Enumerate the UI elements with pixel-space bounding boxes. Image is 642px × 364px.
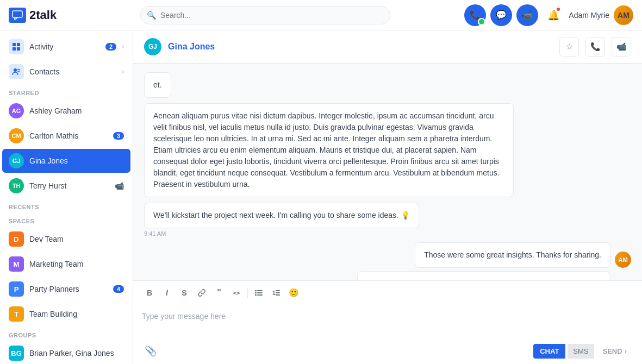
search-bar: 🔍	[140, 6, 390, 24]
phone-button[interactable]: 📞	[464, 4, 486, 26]
sidebar: Activity 2 › Contacts › Starred AG Ashle…	[0, 30, 133, 364]
gina-label: Gina Jones	[29, 156, 124, 165]
svg-point-5	[14, 68, 17, 72]
toolbar-separator-1	[247, 288, 248, 298]
quote-button[interactable]: "	[211, 285, 227, 300]
icon-group1: BG	[9, 346, 24, 361]
header: 2talk 🔍 📞 💬 📹 🔔 Adam Myrie AM	[0, 0, 642, 30]
sent-row-5: Let's review plans tomorrow morning so w…	[357, 271, 631, 280]
header-actions: 📞 💬 📹 🔔 Adam Myrie AM	[464, 4, 633, 26]
chat-video-button[interactable]: 📹	[612, 37, 631, 57]
avatar-carlton: CM	[9, 128, 24, 143]
terry-label: Terry Hurst	[29, 181, 109, 190]
sent-row-4: Those were some great insights. Thanks f…	[415, 242, 631, 268]
avatar-terry: TH	[9, 178, 24, 193]
carlton-label: Carlton Mathis	[29, 131, 108, 140]
attach-button[interactable]: 📎	[142, 342, 159, 360]
user-name: Adam Myrie	[569, 11, 609, 20]
message-input[interactable]: Type your message here	[133, 305, 642, 338]
compose-area: B I S " <> 1. 🙂 Type your message here	[133, 280, 642, 364]
team-label: Team Building	[29, 310, 124, 318]
party-label: Party Planners	[29, 285, 108, 293]
activity-badge: 2	[105, 43, 116, 51]
sidebar-item-activity[interactable]: Activity 2 ›	[2, 35, 130, 59]
chat-contact-name: Gina Jones	[168, 42, 553, 52]
contacts-icon	[9, 64, 24, 79]
link-button[interactable]	[194, 285, 209, 300]
tab-sms-button[interactable]: SMS	[568, 344, 594, 359]
sidebar-item-ashley-graham[interactable]: AG Ashley Graham	[2, 99, 130, 123]
compose-footer: 📎 CHAT SMS SEND ›	[133, 338, 642, 364]
star-button[interactable]: ☆	[559, 37, 579, 57]
icon-dev-team: D	[9, 231, 24, 247]
svg-rect-9	[257, 290, 263, 291]
messages-area: et. Aenean aliquam purus vitae nisi dict…	[133, 64, 642, 280]
sidebar-item-team-building[interactable]: T Team Building	[2, 302, 130, 326]
avatar-gina: GJ	[9, 153, 24, 168]
groups-section-title: Groups	[0, 327, 133, 341]
message-received-3-container: We'll kickstart the project next week. I…	[144, 203, 419, 237]
activity-label: Activity	[29, 42, 100, 51]
contacts-chevron: ›	[122, 68, 124, 76]
bold-button[interactable]: B	[142, 285, 157, 300]
svg-rect-17	[276, 294, 280, 296]
notification-button[interactable]: 🔔	[543, 4, 564, 26]
message-received-3: We'll kickstart the project next week. I…	[144, 203, 419, 228]
ashley-label: Ashley Graham	[29, 106, 124, 115]
toolbar: B I S " <> 1. 🙂	[133, 281, 642, 305]
notification-dot	[556, 7, 561, 12]
send-icon: ›	[625, 347, 627, 355]
svg-point-8	[255, 290, 257, 292]
activity-chevron: ›	[122, 43, 124, 51]
main-layout: Activity 2 › Contacts › Starred AG Ashle…	[0, 30, 642, 364]
search-input[interactable]	[140, 6, 390, 24]
party-badge: 4	[113, 285, 124, 293]
send-button[interactable]: SEND ›	[596, 344, 633, 359]
sidebar-item-party-planners[interactable]: P Party Planners 4	[2, 277, 130, 301]
chat-header: GJ Gina Jones ☆ 📞 📹	[133, 30, 642, 64]
message-sent-5: Let's review plans tomorrow morning so w…	[357, 271, 610, 280]
chat-area: GJ Gina Jones ☆ 📞 📹 et. Aenean aliquam p…	[133, 30, 642, 364]
sidebar-item-carlton-mathis[interactable]: CM Carlton Mathis 3	[2, 124, 130, 148]
sidebar-item-terry-hurst[interactable]: TH Terry Hurst 📹	[2, 174, 130, 198]
sent-messages-container: Those were some great insights. Thanks f…	[357, 242, 631, 280]
code-button[interactable]: <>	[229, 285, 244, 300]
chat-contact-avatar: GJ	[144, 38, 161, 55]
chat-button[interactable]: 💬	[490, 4, 512, 26]
message-placeholder: Type your message here	[142, 312, 226, 321]
activity-icon	[9, 39, 24, 54]
svg-rect-15	[276, 290, 280, 291]
dev-team-label: Dev Team	[29, 235, 124, 243]
svg-rect-2	[17, 43, 20, 46]
numbered-list-button[interactable]: 1.	[269, 285, 284, 300]
chat-phone-button[interactable]: 📞	[585, 37, 605, 57]
sidebar-item-group1[interactable]: BG Brian Parker, Gina Jones	[2, 341, 130, 364]
user-info[interactable]: Adam Myrie AM	[569, 5, 633, 25]
video-button[interactable]: 📹	[516, 4, 538, 26]
bullet-list-button[interactable]	[251, 285, 266, 300]
logo: 2talk	[9, 8, 134, 23]
sidebar-item-contacts[interactable]: Contacts ›	[2, 60, 130, 84]
sidebar-item-marketing-team[interactable]: M Marketing Team	[2, 252, 130, 276]
tab-chat-button[interactable]: CHAT	[533, 344, 565, 359]
recents-section-title: Recents	[0, 198, 133, 212]
svg-rect-0	[13, 11, 22, 17]
logo-icon	[9, 8, 26, 23]
svg-rect-4	[17, 47, 20, 51]
message-received-2: Aenean aliquam purus vitae nisi dictum d…	[144, 103, 514, 197]
sidebar-item-gina-jones[interactable]: GJ Gina Jones	[2, 149, 130, 173]
svg-point-12	[255, 294, 257, 296]
video-icon-terry: 📹	[115, 181, 124, 190]
svg-point-10	[255, 292, 257, 294]
strikethrough-button[interactable]: S	[177, 285, 192, 300]
message-sent-4: Those were some great insights. Thanks f…	[415, 242, 610, 268]
sidebar-item-dev-team[interactable]: D Dev Team	[2, 227, 130, 251]
carlton-badge: 3	[113, 132, 124, 140]
emoji-button[interactable]: 🙂	[286, 285, 301, 300]
icon-marketing: M	[9, 256, 24, 272]
avatar: AM	[614, 5, 633, 25]
italic-button[interactable]: I	[159, 285, 174, 300]
contacts-label: Contacts	[29, 67, 116, 76]
message-received-1: et.	[144, 72, 171, 98]
spaces-section-title: Spaces	[0, 212, 133, 227]
